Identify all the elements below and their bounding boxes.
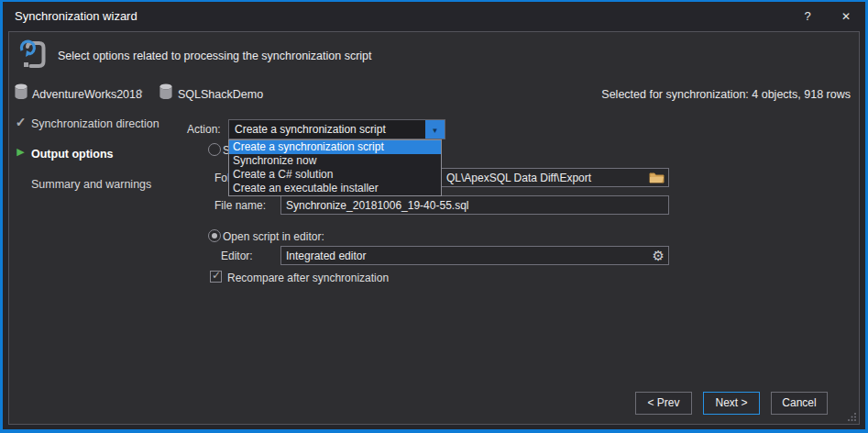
wizard-content: Select options related to processing the… — [8, 31, 860, 425]
action-combobox-dropdown-button[interactable]: ▼ — [425, 120, 445, 139]
synchronization-wizard-window: Synchronization wizard ? ✕ Select option… — [0, 0, 868, 433]
breadcrumb-target-database[interactable]: SQLShackDemo — [178, 88, 263, 101]
editor-settings-gear-icon[interactable]: ⚙ — [653, 248, 665, 264]
folder-path-value: QL\ApexSQL Data Diff\Export — [446, 172, 591, 184]
recompare-checkbox[interactable]: ✓ — [210, 271, 222, 283]
window-title: Synchronization wizard — [15, 9, 137, 23]
checkmark-icon: ✓ — [212, 269, 221, 282]
breadcrumb-chevron-icon: › — [138, 83, 143, 98]
sidebar-step-synchronization-direction[interactable]: Synchronization direction — [31, 117, 159, 130]
title-bar[interactable]: Synchronization wizard ? ✕ — [3, 2, 865, 31]
action-dropdown-list: Create a synchronization script Synchron… — [228, 139, 442, 196]
editor-value: Integrated editor — [286, 250, 366, 262]
resize-grip[interactable] — [847, 412, 857, 422]
database-icon — [14, 83, 28, 100]
file-name-input[interactable]: Synchronize_20181006_19-40-55.sql — [280, 195, 669, 215]
dropdown-option-synchronize-now[interactable]: Synchronize now — [229, 154, 441, 168]
recompare-label: Recompare after synchronization — [227, 272, 389, 284]
action-combobox-value: Create a synchronization script — [235, 123, 386, 136]
chevron-down-icon: ▼ — [432, 127, 439, 135]
step-completed-check-icon: ✓ — [13, 115, 28, 129]
dropdown-option-csharp-solution[interactable]: Create a C# solution — [229, 168, 441, 182]
sync-script-icon — [17, 38, 49, 72]
action-combobox[interactable]: Create a synchronization script ▼ — [228, 119, 445, 139]
editor-input[interactable]: Integrated editor ⚙ — [280, 246, 669, 265]
sidebar-step-summary-and-warnings[interactable]: Summary and warnings — [31, 178, 151, 191]
file-name-value: Synchronize_20181006_19-40-55.sql — [286, 199, 468, 212]
wizard-step-description: Select options related to processing the… — [58, 50, 372, 62]
dropdown-option-create-script[interactable]: Create a synchronization script — [229, 140, 441, 154]
action-label: Action: — [187, 123, 221, 136]
dropdown-option-executable-installer[interactable]: Create an executable installer — [229, 182, 441, 195]
step-current-arrow-icon: ▶ — [13, 146, 28, 158]
prev-button[interactable]: < Prev — [635, 392, 692, 415]
next-button[interactable]: Next > — [703, 392, 760, 415]
open-in-editor-radio[interactable] — [208, 229, 221, 242]
file-name-label: File name: — [214, 199, 266, 212]
close-button[interactable]: ✕ — [836, 8, 856, 25]
cancel-button[interactable]: Cancel — [771, 392, 828, 415]
breadcrumb-source-database[interactable]: AdventureWorks2018 — [32, 88, 142, 101]
selection-summary: Selected for synchronization: 4 objects,… — [601, 88, 851, 101]
editor-label: Editor: — [221, 250, 253, 262]
help-button[interactable]: ? — [797, 8, 818, 25]
browse-folder-icon[interactable] — [649, 172, 665, 183]
open-in-editor-label: Open script in editor: — [223, 230, 324, 243]
database-icon — [159, 83, 173, 100]
save-script-radio[interactable] — [208, 143, 221, 156]
sidebar-step-output-options[interactable]: Output options — [31, 148, 114, 161]
